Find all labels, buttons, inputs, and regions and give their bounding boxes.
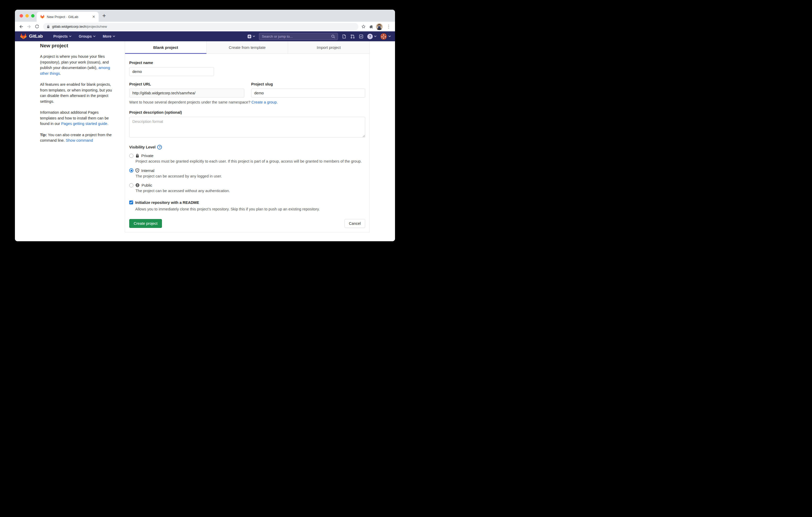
pages-guide-link[interactable]: Pages getting started guide [61,122,108,126]
sidebar-paragraph: A project is where you house your files … [40,54,116,76]
browser-profile-avatar[interactable] [376,23,383,30]
chevron-down-icon [374,35,376,37]
visibility-option-public: Public The project can be accessed witho… [129,183,365,194]
gitlab-favicon-icon [40,14,45,19]
shield-icon [136,168,139,173]
issues-icon[interactable] [342,34,346,39]
minimize-window-button[interactable] [25,14,29,18]
chevron-down-icon [388,35,391,37]
create-project-button[interactable]: Create project [129,219,162,228]
chevron-down-icon [113,35,115,37]
sidebar-help-column: New project A project is where you house… [40,42,116,144]
project-description-label: Project description (optional) [129,110,365,115]
readme-checkbox[interactable] [129,201,133,204]
menu-groups[interactable]: Groups [76,33,98,40]
back-icon[interactable] [18,23,25,30]
menu-more[interactable]: More [100,33,118,40]
browser-menu-icon[interactable]: ⋮ [385,24,392,29]
reload-icon[interactable] [33,23,40,30]
tab-create-from-template[interactable]: Create from template [206,41,288,54]
visibility-option-name: Internal [141,168,154,173]
todos-icon[interactable] [359,34,364,39]
user-menu[interactable] [380,33,391,40]
show-command-link[interactable]: Show command [66,138,93,143]
visibility-option-desc: The project can be accessed without any … [136,188,365,194]
browser-window: New Project · GitLab ✕ + [15,10,395,241]
sidebar-paragraph: All features are enabled for blank proje… [40,82,116,104]
visibility-help-icon[interactable]: ? [157,145,162,150]
visibility-option-desc: Project access must be granted explicitl… [136,159,365,164]
project-slug-input[interactable] [251,89,365,97]
url-bar[interactable]: gitlab.widgetcorp.tech/projects/new [43,23,358,30]
bookmark-star-icon[interactable] [361,24,366,29]
project-url-input[interactable] [129,89,244,97]
sidebar-tip: Tip: You can also create a project from … [40,132,116,144]
menu-projects[interactable]: Projects [50,33,75,40]
tanuki-icon [20,33,27,39]
window-controls [20,14,34,18]
tab-blank-project[interactable]: Blank project [125,41,206,54]
new-project-panel: Blank project Create from template Impor… [125,41,370,232]
tab-import-project[interactable]: Import project [288,41,369,54]
lock-icon [47,25,50,29]
chevron-down-icon [69,35,71,37]
form-actions: Create project Cancel [129,219,365,228]
new-tab-button[interactable]: + [102,12,106,19]
brand-wordmark: GitLab [29,34,43,39]
visibility-option-name: Private [141,153,153,158]
search-icon [331,34,335,38]
private-radio[interactable] [129,154,134,158]
user-avatar [380,33,387,40]
screen: New Project · GitLab ✕ + [0,0,406,258]
help-icon: ? [367,34,373,39]
chevron-down-icon [93,35,95,37]
project-slug-field: Project slug [251,82,365,97]
project-type-tabs: Blank project Create from template Impor… [125,41,369,54]
project-slug-label: Project slug [251,82,365,86]
globe-icon [136,183,139,187]
toolbar-right: ⋮ [361,23,393,30]
project-name-label: Project name [129,61,365,65]
merge-requests-icon[interactable] [350,34,355,39]
visibility-section: Visibility Level ? [129,145,365,194]
cancel-button[interactable]: Cancel [345,219,365,228]
visibility-level-label: Visibility Level ? [129,145,162,150]
gitlab-navbar: GitLab Projects Groups More [15,31,395,41]
tab-close-icon[interactable]: ✕ [91,14,96,19]
page-title: New project [40,42,116,50]
blank-project-form: Project name Project URL Project slug Wa… [125,54,369,232]
chevron-down-icon [253,35,255,37]
search-input[interactable]: Search or jump to... [259,33,338,40]
project-url-label: Project URL [129,82,244,86]
lock-icon [136,154,139,158]
navbar-menus: Projects Groups More [50,33,118,40]
tab-title: New Project · GitLab [47,15,89,19]
readme-label: Initialize repository with a README [135,201,199,205]
project-name-input[interactable] [129,67,214,76]
browser-tab[interactable]: New Project · GitLab ✕ [37,12,98,22]
visibility-option-internal: Internal The project can be accessed by … [129,168,365,179]
close-window-button[interactable] [20,14,23,18]
visibility-option-private: Private Project access must be granted e… [129,153,365,164]
browser-toolbar: gitlab.widgetcorp.tech/projects/new [15,22,395,31]
extensions-puzzle-icon[interactable] [369,24,373,29]
visibility-option-desc: The project can be accessed by any logge… [136,174,365,179]
new-menu-button[interactable] [247,34,255,39]
gitlab-logo[interactable]: GitLab [20,33,43,39]
create-a-group-link[interactable]: Create a group. [252,100,278,104]
project-url-field: Project URL [129,82,244,97]
internal-radio[interactable] [129,168,134,173]
browser-tab-strip: New Project · GitLab ✕ + [15,10,395,22]
readme-desc: Allows you to immediately clone this pro… [135,207,365,212]
forward-icon[interactable] [25,23,33,30]
description-field: Project description (optional) [129,110,365,138]
search-placeholder: Search or jump to... [262,34,329,38]
help-menu[interactable]: ? [367,34,376,39]
zoom-window-button[interactable] [31,14,34,18]
project-description-textarea[interactable] [129,117,365,138]
readme-section: Initialize repository with a README Allo… [129,201,365,212]
namespace-hint: Want to house several dependent projects… [129,100,365,104]
public-radio[interactable] [129,183,134,187]
navbar-right: Search or jump to... [247,33,391,40]
sidebar-paragraph: Information about additional Pages templ… [40,110,116,127]
